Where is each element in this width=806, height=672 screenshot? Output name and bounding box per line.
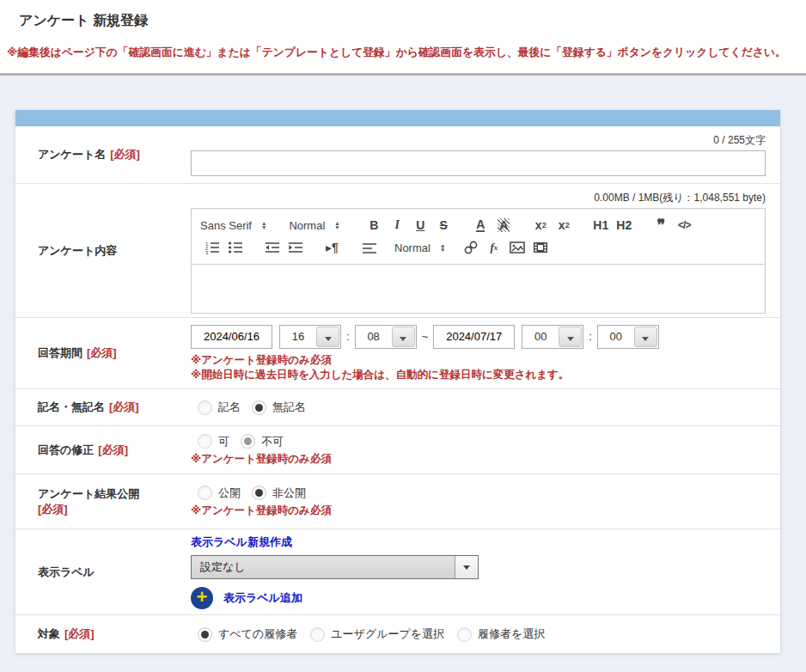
radio-circle xyxy=(198,400,212,415)
survey-name-input[interactable] xyxy=(191,150,766,176)
edit-instruction-note: ※編集後はページ下の「確認画面に進む」または「テンプレートとして登録」から確認画… xyxy=(7,46,806,60)
period-note: ※開始日時に過去日時を入力した場合は、自動的に登録日時に変更されます。 xyxy=(191,368,766,382)
display-label-label: 表示ラベル xyxy=(15,529,191,614)
start-hour-field[interactable]: 16 xyxy=(279,325,341,349)
required-badge: [必須] xyxy=(109,400,139,415)
ordered-list-icon[interactable]: 123 xyxy=(200,240,223,255)
end-minute-field[interactable]: 00 xyxy=(597,325,659,349)
header1-icon[interactable]: H1 xyxy=(589,215,613,235)
image-icon[interactable] xyxy=(505,240,528,255)
survey-content-label: アンケート内容 xyxy=(15,184,191,317)
outdent-icon[interactable] xyxy=(260,240,284,255)
radio-select-user-group[interactable]: ユーザグループを選択 xyxy=(310,626,444,642)
page-header: アンケート 新規登録 ※編集後はページ下の「確認画面に進む」または「テンプレート… xyxy=(0,0,806,76)
blockquote-icon[interactable]: ❞ xyxy=(650,215,673,235)
add-display-label-button[interactable]: + xyxy=(191,587,213,609)
radio-all-students[interactable]: すべての履修者 xyxy=(198,626,297,642)
required-badge: [必須] xyxy=(38,502,191,517)
background-color-icon[interactable]: A xyxy=(492,215,516,235)
chevron-down-icon xyxy=(463,565,470,570)
end-date-input[interactable] xyxy=(433,325,515,349)
end-hour-field[interactable]: 00 xyxy=(522,325,583,349)
spinner-button[interactable] xyxy=(634,327,657,347)
required-badge: [必須] xyxy=(98,443,128,458)
range-separator: ~ xyxy=(422,330,429,343)
radio-public[interactable]: 公開 xyxy=(198,486,241,501)
display-label-row: 表示ラベル 表示ラベル新規作成 設定なし + 表示ラベル追加 xyxy=(15,528,780,614)
answer-period-label: 回答期間 [必須] xyxy=(15,318,191,388)
select-arrow-button[interactable] xyxy=(455,556,478,578)
radio-revision-not-allowed[interactable]: 不可 xyxy=(241,434,284,449)
bold-icon[interactable]: B xyxy=(363,215,386,235)
radio-anonymous[interactable]: 無記名 xyxy=(252,400,306,415)
start-date-input[interactable] xyxy=(191,325,272,349)
radio-circle xyxy=(457,627,472,642)
char-counter: 0 / 255文字 xyxy=(191,133,766,148)
underline-icon[interactable]: U xyxy=(409,215,432,235)
strikethrough-icon[interactable]: S xyxy=(432,215,455,235)
result-note: ※アンケート登録時のみ必須 xyxy=(191,504,766,518)
text-direction-icon[interactable]: ▸¶ xyxy=(321,237,344,258)
subscript-icon[interactable]: x2 xyxy=(529,215,553,235)
anonymity-row: 記名・無記名 [必須] 記名 無記名 xyxy=(15,388,780,425)
formula-icon[interactable]: fx xyxy=(482,237,505,258)
chevron-down-icon xyxy=(325,337,332,341)
align-icon[interactable] xyxy=(357,240,381,255)
radio-circle xyxy=(198,627,212,642)
result-publication-label: アンケート結果公開 [必須] xyxy=(15,486,191,517)
create-display-label-link[interactable]: 表示ラベル新規作成 xyxy=(191,535,766,550)
header2-icon[interactable]: H2 xyxy=(613,215,636,235)
survey-content-row: アンケート内容 0.00MB / 1MB(残り：1,048,551 byte) … xyxy=(15,183,780,317)
size-picker[interactable]: Normal ▲▼ xyxy=(289,219,339,232)
radio-select-students[interactable]: 履修者を選択 xyxy=(457,626,545,642)
radio-circle xyxy=(252,400,266,415)
time-colon: : xyxy=(346,330,350,343)
panel-header-bar xyxy=(15,110,780,126)
required-badge: [必須] xyxy=(64,626,95,642)
radio-circle xyxy=(198,486,212,500)
add-display-label-link[interactable]: 表示ラベル追加 xyxy=(223,590,302,606)
align-picker[interactable]: Normal ▲▼ xyxy=(394,241,445,254)
spinner-button[interactable] xyxy=(392,327,415,347)
bullet-list-icon[interactable] xyxy=(223,240,247,255)
radio-circle xyxy=(310,627,325,642)
time-colon: : xyxy=(589,330,592,343)
start-minute-field[interactable]: 08 xyxy=(355,325,417,349)
radio-revision-allowed[interactable]: 可 xyxy=(198,434,229,449)
italic-icon[interactable]: I xyxy=(386,215,409,235)
code-block-icon[interactable]: </> xyxy=(673,215,696,235)
picker-arrows-icon: ▲▼ xyxy=(334,221,339,229)
size-counter: 0.00MB / 1MB(残り：1,048,551 byte) xyxy=(191,191,766,205)
answer-revision-label: 回答の修正 [必須] xyxy=(15,426,191,473)
radio-circle xyxy=(252,486,266,500)
result-publication-row: アンケート結果公開 [必須] 公開 非公開 ※アンケート登録時のみ必須 xyxy=(15,473,780,528)
radio-circle xyxy=(241,434,255,449)
display-label-select[interactable]: 設定なし xyxy=(191,555,479,579)
indent-icon[interactable] xyxy=(284,240,307,255)
superscript-icon[interactable]: x2 xyxy=(553,215,576,235)
survey-name-label: アンケート名 [必須] xyxy=(15,126,191,183)
chevron-down-icon xyxy=(400,337,406,341)
required-badge: [必須] xyxy=(110,147,140,162)
spinner-button[interactable] xyxy=(559,327,582,347)
spinner-button[interactable] xyxy=(316,327,339,347)
page-title: アンケート 新規登録 xyxy=(0,0,806,30)
font-picker[interactable]: Sans Serif ▲▼ xyxy=(200,219,266,232)
editor-text-area[interactable] xyxy=(191,265,766,314)
radio-private[interactable]: 非公開 xyxy=(252,486,306,501)
survey-name-row: アンケート名 [必須] 0 / 255文字 xyxy=(15,126,780,183)
answer-revision-row: 回答の修正 [必須] 可 不可 ※アンケート登録時のみ必須 xyxy=(15,425,780,473)
anonymity-label: 記名・無記名 [必須] xyxy=(15,389,191,425)
video-icon[interactable] xyxy=(528,240,552,255)
target-label: 対象 [必須] xyxy=(15,615,191,653)
chevron-down-icon xyxy=(642,337,649,341)
text-color-icon[interactable]: A xyxy=(469,215,492,235)
chevron-down-icon xyxy=(567,337,574,341)
survey-form-panel: アンケート名 [必須] 0 / 255文字 アンケート内容 0.00MB / 1… xyxy=(15,110,780,653)
link-icon[interactable] xyxy=(459,240,482,255)
editor-toolbar: Sans Serif ▲▼ Normal ▲▼ B I U S A A x2 x… xyxy=(191,208,766,265)
answer-period-row: 回答期間 [必須] 16 : 08 ~ 00 xyxy=(15,317,780,388)
picker-arrows-icon: ▲▼ xyxy=(261,221,266,229)
radio-circle xyxy=(198,434,212,449)
radio-named[interactable]: 記名 xyxy=(198,400,241,415)
